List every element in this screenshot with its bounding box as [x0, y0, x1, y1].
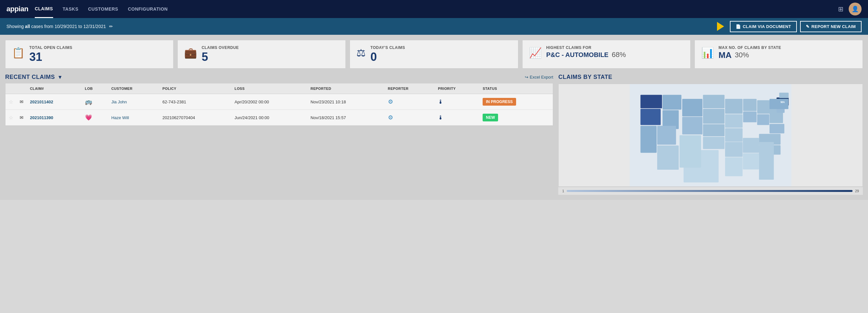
state-mt[interactable] [662, 95, 682, 110]
nav-links: CLAIMS TASKS CUSTOMERS CONFIGURATION [35, 0, 168, 18]
col-status: STATUS [479, 84, 553, 94]
recent-claims-header: RECENT CLAIMS ▼ ↪ Excel Export [5, 74, 553, 81]
policy-cell-1: 62-743-2381 [159, 94, 231, 110]
nav-link-tasks[interactable]: TASKS [63, 1, 79, 18]
us-map-svg: MA [559, 84, 863, 186]
star-cell-2[interactable]: ☆ [5, 110, 17, 126]
kpi-total-open-label: TOTAL OPEN CLAIMS [29, 45, 167, 51]
customer-link-2[interactable]: Haze Will [112, 115, 129, 120]
recent-claims-section: RECENT CLAIMS ▼ ↪ Excel Export CLAIM# LO… [5, 74, 553, 195]
state-mn[interactable] [725, 99, 742, 114]
claim-link-1[interactable]: 2021011402 [30, 99, 53, 104]
state-nv[interactable] [657, 126, 676, 145]
state-ca[interactable] [641, 126, 657, 153]
state-or[interactable] [641, 109, 661, 125]
state-ia[interactable] [725, 114, 742, 128]
state-wa[interactable] [641, 95, 662, 108]
reported-cell-2: Nov/18/2021 15:57 [307, 110, 385, 126]
main-content: 📋 TOTAL OPEN CLAIMS 31 💼 CLAIMS OVERDUE … [0, 35, 868, 200]
nav-link-claims[interactable]: CLAIMS [35, 0, 53, 18]
msg-cell-2[interactable]: ✉ [17, 110, 27, 126]
state-nm[interactable] [680, 135, 701, 167]
state-ga[interactable] [759, 142, 774, 155]
state-il[interactable] [743, 112, 756, 122]
report-new-claim-button[interactable]: ✎ REPORT NEW CLAIM [800, 21, 862, 32]
state-ne[interactable] [703, 124, 725, 136]
legend-min: 1 [562, 189, 564, 193]
lob-cell-1: 🚌 [82, 94, 108, 110]
envelope-icon-1[interactable]: ✉ [20, 99, 24, 104]
state-in[interactable] [757, 114, 770, 125]
kpi-max-state-value-row: MA 30% [719, 51, 856, 60]
state-wi[interactable] [743, 99, 756, 111]
gear-icon-1[interactable]: ⚙ [388, 98, 393, 105]
star-icon-1[interactable]: ☆ [9, 99, 13, 105]
policy-cell-2: 20210627070404 [159, 110, 231, 126]
kpi-row: 📋 TOTAL OPEN CLAIMS 31 💼 CLAIMS OVERDUE … [5, 40, 863, 69]
excel-export-button[interactable]: ↪ Excel Export [525, 75, 553, 80]
claim-link-2[interactable]: 2021011390 [30, 115, 53, 120]
star-icon-2[interactable]: ☆ [9, 115, 13, 120]
kpi-today-claims: ⚖ TODAY'S CLAIMS 0 [350, 40, 518, 69]
claim-num-cell-2[interactable]: 2021011390 [27, 110, 82, 126]
state-pa[interactable] [770, 124, 784, 133]
kpi-today-value: 0 [370, 51, 511, 63]
kpi-highest-claims: 📈 HIGHEST CLAIMS FOR P&C - AUTOMOBILE 68… [522, 40, 691, 69]
col-reported: REPORTED [307, 84, 385, 94]
kpi-max-state-pct: 30% [735, 51, 749, 59]
priority-cell-1: 🌡 [435, 94, 479, 110]
claim-via-document-button[interactable]: 📄 CLAIM VIA DOCUMENT [730, 21, 797, 32]
state-ar[interactable] [725, 142, 742, 157]
kpi-max-state-content: MAX NO. OF CLAIMS BY STATE MA 30% [719, 45, 856, 60]
star-cell-1[interactable]: ☆ [5, 94, 17, 110]
claim-num-cell-1[interactable]: 2021011402 [27, 94, 82, 110]
lower-section: RECENT CLAIMS ▼ ↪ Excel Export CLAIM# LO… [5, 74, 863, 195]
recent-claims-title: RECENT CLAIMS [5, 74, 55, 81]
msg-cell-1[interactable]: ✉ [17, 94, 27, 110]
state-mo[interactable] [725, 128, 742, 142]
state-tn[interactable] [743, 138, 759, 153]
arrow-right-icon [717, 22, 724, 31]
state-ny[interactable] [770, 99, 788, 109]
state-mi[interactable] [757, 100, 771, 114]
gear-icon-2[interactable]: ⚙ [388, 114, 393, 121]
reporter-cell-1[interactable]: ⚙ [385, 94, 435, 110]
nav-link-customers[interactable]: CUSTOMERS [88, 1, 119, 18]
table-row: ☆ ✉ 2021011390 💗 Haze Will 2021062707040… [5, 110, 553, 126]
customer-cell-2[interactable]: Haze Will [108, 110, 159, 126]
state-al[interactable] [743, 153, 759, 169]
state-nh[interactable] [779, 93, 789, 98]
kpi-max-state-icon: 📊 [701, 47, 714, 59]
subtitle-buttons: 📄 CLAIM VIA DOCUMENT ✎ REPORT NEW CLAIM [717, 21, 862, 32]
state-co[interactable] [682, 117, 703, 134]
user-avatar[interactable]: 👤 [849, 3, 862, 15]
state-az[interactable] [657, 146, 679, 170]
filter-icon[interactable]: ▼ [58, 74, 63, 80]
customer-cell-1[interactable]: Jia John [108, 94, 159, 110]
kpi-highest-label: HIGHEST CLAIMS FOR [546, 45, 684, 51]
state-la[interactable] [725, 157, 742, 177]
envelope-icon-2[interactable]: ✉ [20, 115, 24, 120]
priority-cell-2: 🌡 [435, 110, 479, 126]
state-fl[interactable] [759, 154, 774, 180]
kpi-total-open-claims: 📋 TOTAL OPEN CLAIMS 31 [5, 40, 174, 69]
kpi-overdue-content: CLAIMS OVERDUE 5 [202, 45, 339, 63]
state-nd[interactable] [703, 95, 725, 108]
kpi-max-state: 📊 MAX NO. OF CLAIMS BY STATE MA 30% [694, 40, 863, 69]
kpi-claims-overdue: 💼 CLAIMS OVERDUE 5 [177, 40, 346, 69]
kpi-highest-value-row: P&C - AUTOMOBILE 68% [546, 51, 684, 59]
nav-link-configuration[interactable]: CONFIGURATION [128, 1, 168, 18]
kpi-overdue-value: 5 [202, 51, 339, 63]
customer-link-1[interactable]: Jia John [112, 99, 127, 104]
legend-max: 29 [855, 189, 859, 193]
kpi-total-open-value: 31 [29, 51, 167, 63]
claims-table-header: CLAIM# LOB CUSTOMER POLICY LOSS REPORTED… [5, 84, 553, 94]
thermometer-icon-1: 🌡 [438, 98, 444, 105]
grid-icon[interactable]: ⊞ [838, 5, 843, 13]
state-ks[interactable] [703, 137, 725, 149]
state-sd[interactable] [703, 109, 725, 124]
edit-icon[interactable]: ✏ [109, 24, 113, 29]
claims-by-state-title: CLAIMS BY STATE [558, 74, 863, 81]
state-wy[interactable] [682, 99, 703, 116]
reporter-cell-2[interactable]: ⚙ [385, 110, 435, 126]
